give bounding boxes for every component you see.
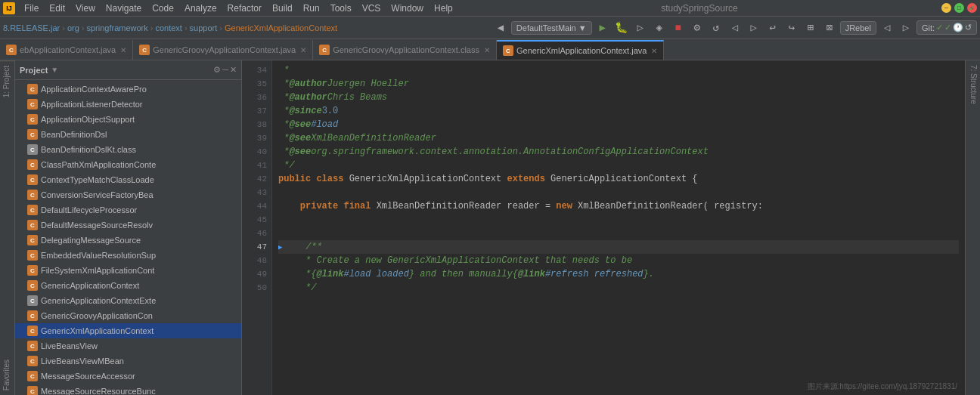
jrebel-prev-button[interactable]: ◁ — [879, 20, 895, 36]
line-num-46: 46 — [242, 227, 271, 240]
class-icon: C — [27, 220, 38, 230]
tab-icon-1: C — [139, 45, 150, 55]
sidebar-collapse-icon[interactable]: ─ — [222, 65, 228, 75]
sidebar-close-icon[interactable]: ✕ — [230, 65, 237, 75]
menu-code[interactable]: Code — [147, 2, 178, 15]
menu-navigate[interactable]: Navigate — [101, 2, 146, 15]
class-icon: C — [27, 129, 38, 140]
class-icon: C — [27, 265, 38, 276]
project-panel-tab[interactable]: 1: Project — [0, 60, 14, 102]
jrebel-next-button[interactable]: ▷ — [898, 20, 914, 36]
tab-close-1[interactable]: ✕ — [300, 46, 306, 54]
breadcrumb-context[interactable]: context — [155, 23, 181, 32]
sidebar-item-genericapplicationcontextexte[interactable]: C GenericApplicationContextExte — [15, 293, 241, 308]
sidebar-item-applicationobjectsupport[interactable]: C ApplicationObjectSupport — [15, 112, 241, 127]
class-icon: C — [27, 371, 38, 381]
maximize-button[interactable]: □ — [954, 3, 964, 13]
reload-button[interactable]: ↺ — [708, 20, 724, 36]
menu-analyze[interactable]: Analyze — [180, 2, 222, 15]
git-revert-icon: ↺ — [965, 23, 972, 32]
sidebar-item-conversionservicefactorybea[interactable]: C ConversionServiceFactoryBea — [15, 187, 241, 202]
menu-view[interactable]: View — [71, 2, 100, 15]
tab-close-2[interactable]: ✕ — [484, 46, 490, 54]
debug-button[interactable]: 🐛 — [613, 20, 630, 36]
line-num-45: 45 — [242, 213, 271, 227]
sidebar-title: Project — [20, 66, 48, 75]
menu-build[interactable]: Build — [268, 2, 297, 15]
run-with-coverage-button[interactable]: ▷ — [632, 20, 649, 36]
breadcrumb-current: GenericXmlApplicationContext — [225, 23, 337, 32]
tab-genericgroovyapplicationcontext-class[interactable]: C GenericGroovyApplicationContext.class … — [313, 40, 497, 60]
menu-edit[interactable]: Edit — [45, 2, 70, 15]
favorites-panel-tab[interactable]: Favorites — [0, 355, 14, 395]
minimize-button[interactable]: ─ — [941, 3, 951, 13]
tab-genericgroovyapplicationcontext-java[interactable]: C GenericGroovyApplicationContext.java ✕ — [133, 40, 313, 60]
breadcrumb-org[interactable]: org — [67, 23, 79, 32]
sidebar-item-contexttypematchclassloade[interactable]: C ContextTypeMatchClassLoade — [15, 172, 241, 187]
sidebar-item-beandefinitiondslkt[interactable]: C BeanDefinitionDslKt.class — [15, 142, 241, 157]
bookmark-button[interactable]: ⊞ — [802, 20, 819, 36]
sidebar-item-label: LiveBeansView — [41, 341, 98, 350]
sidebar-item-messagesourceresourcebunc[interactable]: C MessageSourceResourceBunc — [15, 384, 241, 395]
menu-file[interactable]: File — [20, 2, 43, 15]
toolbar-right: ◀ DefaultTestMain ▼ ▶ 🐛 ▷ ◈ ■ ⚙ ↺ ◁ ▷ ↩ … — [492, 20, 977, 36]
sidebar-item-livebeansviewmbean[interactable]: C LiveBeansViewMBean — [15, 353, 241, 369]
next-button[interactable]: ▷ — [746, 20, 762, 36]
menu-run[interactable]: Run — [299, 2, 324, 15]
class-icon: C — [27, 99, 38, 110]
sidebar-controls: ⚙ ─ ✕ — [213, 65, 237, 75]
sidebar-item-defaultmessagesourceresolv[interactable]: C DefaultMessageSourceResolv — [15, 218, 241, 233]
code-editor[interactable]: 34 35 36 37 38 39 40 41 42 43 44 45 46 4… — [242, 60, 965, 395]
run-config-selector[interactable]: DefaultTestMain ▼ — [511, 21, 592, 35]
sidebar-item-beandefinitiondsl[interactable]: C BeanDefinitionDsl — [15, 127, 241, 142]
sidebar-item-classpathxmlapplicationconte[interactable]: C ClassPathXmlApplicationConte — [15, 157, 241, 172]
menu-help[interactable]: Help — [430, 2, 457, 15]
prev-button[interactable]: ◁ — [727, 20, 743, 36]
tab-close-0[interactable]: ✕ — [120, 46, 126, 54]
jrebel-button[interactable]: JRebel — [840, 21, 876, 35]
sidebar-item-defaultlifecycleprocessor[interactable]: C DefaultLifecycleProcessor — [15, 202, 241, 218]
sidebar-item-genericapplicationcontext[interactable]: C GenericApplicationContext — [15, 278, 241, 293]
structure-panel-tab[interactable]: 7: Structure — [966, 60, 980, 109]
run-button[interactable]: ▶ — [594, 20, 611, 36]
stop-button[interactable]: ■ — [670, 20, 687, 36]
menu-window[interactable]: Window — [386, 2, 428, 15]
sidebar-item-delegatingmessagesource[interactable]: C DelegatingMessageSource — [15, 233, 241, 248]
class-icon: C — [27, 144, 38, 155]
tab-close-3[interactable]: ✕ — [651, 47, 657, 55]
sidebar-settings-icon[interactable]: ⚙ — [213, 65, 221, 75]
git-check2-icon: ✓ — [944, 23, 951, 32]
sidebar-item-genericgroovyapplicationcon[interactable]: C GenericGroovyApplicationCon — [15, 308, 241, 323]
tab-genericxmlapplicationcontext-java[interactable]: C GenericXmlApplicationContext.java ✕ ✓ — [497, 40, 664, 60]
line-num-37: 37 — [242, 104, 271, 118]
code-content[interactable]: * * @author Juergen Hoeller * @author Ch… — [272, 60, 965, 395]
sidebar-item-label: DefaultLifecycleProcessor — [41, 205, 137, 214]
sidebar-item-applicationcontextawarepro[interactable]: C ApplicationContextAwarePro — [15, 82, 241, 97]
profile-button[interactable]: ◈ — [651, 20, 668, 36]
tab-bar: C ebApplicationContext.java ✕ C GenericG… — [0, 39, 980, 60]
tab-webapplicationcontext[interactable]: C ebApplicationContext.java ✕ — [0, 40, 133, 60]
search-everywhere-button[interactable]: ⊠ — [821, 20, 838, 36]
undo-button[interactable]: ↩ — [764, 20, 781, 36]
sidebar-item-applicationlistenerdetector[interactable]: C ApplicationListenerDetector — [15, 97, 241, 112]
breadcrumb-support[interactable]: support — [190, 23, 218, 32]
sidebar-item-messagesourceaccessor[interactable]: C MessageSourceAccessor — [15, 369, 241, 384]
git-check-icon: ✓ — [936, 23, 943, 32]
sidebar-item-embeddedvalueresolutionsup[interactable]: C EmbeddedValueResolutionSup — [15, 248, 241, 263]
run-config-label: DefaultTestMain — [516, 23, 576, 32]
build-button[interactable]: ⚙ — [689, 20, 706, 36]
sidebar-item-filesystemxmlapplicationcont[interactable]: C FileSystemXmlApplicationCont — [15, 263, 241, 278]
breadcrumb-springframework[interactable]: springframework — [86, 23, 147, 32]
breadcrumb-jar[interactable]: 8.RELEASE.jar — [3, 23, 60, 32]
redo-button[interactable]: ↪ — [783, 20, 800, 36]
git-button[interactable]: Git: ✓ ✓ 🕐 ↺ — [916, 20, 977, 35]
menu-vcs[interactable]: VCS — [358, 2, 386, 15]
menu-tools[interactable]: Tools — [326, 2, 356, 15]
sidebar-item-livebeansview[interactable]: C LiveBeansView — [15, 338, 241, 353]
sidebar-item-genericxmlapplicationcontext[interactable]: C GenericXmlApplicationContext — [15, 323, 241, 338]
code-line-47: ▶ /** — [278, 240, 959, 254]
tab-icon-2: C — [319, 45, 330, 55]
code-line-46 — [278, 227, 959, 240]
menu-refactor[interactable]: Refactor — [223, 2, 266, 15]
back-button[interactable]: ◀ — [492, 20, 509, 36]
